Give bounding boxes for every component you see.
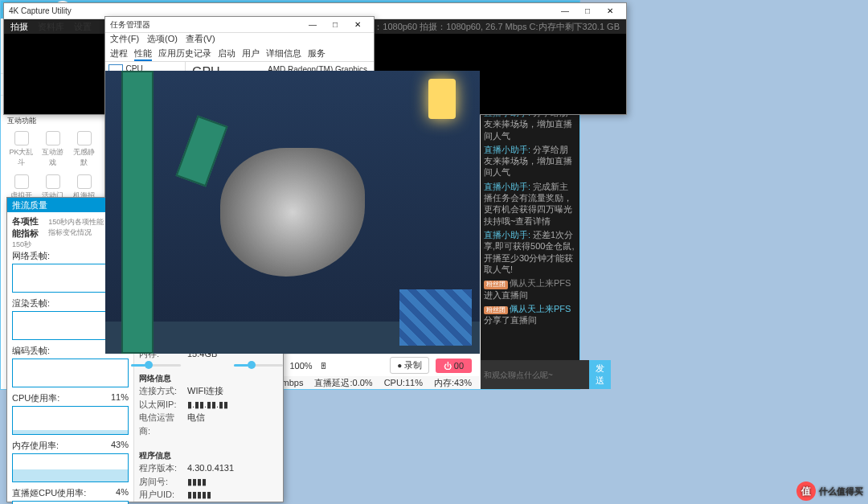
start-stream-button[interactable]: ⏻ 00 xyxy=(436,359,472,373)
chat-message: 粉丝团佩从天上来PFS 分享了直播间 xyxy=(484,303,576,326)
menu-view[interactable]: 查看(V) xyxy=(186,33,215,47)
maximize-button[interactable]: □ xyxy=(576,4,599,18)
tool-互动游戏[interactable]: 互动游戏 xyxy=(39,129,67,170)
tab-startup[interactable]: 启动 xyxy=(218,47,235,61)
maximize-button[interactable]: □ xyxy=(324,18,346,32)
tm-title: 任务管理器 xyxy=(110,19,301,31)
chat-input[interactable] xyxy=(481,360,589,389)
menu-file[interactable]: 文件(F) xyxy=(110,33,139,47)
cpu-stat: CPU:11% xyxy=(384,378,423,387)
metric-直播姬CPU使用率:: 直播姬CPU使用率:4% xyxy=(12,487,129,504)
tool-无感静默[interactable]: 无感静默 xyxy=(70,129,98,170)
capture-title: 4K Capture Utility xyxy=(9,6,554,15)
tm-tabs: 进程 性能 应用历史记录 启动 用户 详细信息 服务 xyxy=(105,47,374,62)
watermark-icon: 值 xyxy=(796,481,816,501)
output-volume-slider[interactable] xyxy=(131,364,181,367)
perf-title: 推流质量 xyxy=(12,199,47,211)
preview-viewport[interactable] xyxy=(105,71,480,354)
tab-processes[interactable]: 进程 xyxy=(110,47,128,61)
tm-menubar: 文件(F) 选项(O) 查看(V) xyxy=(105,33,374,47)
tab-services[interactable]: 服务 xyxy=(308,47,326,61)
metric-内存使用率:: 内存使用率:43% xyxy=(12,440,129,482)
bili-center-panel: 帧片马力欧：折纸国王 ⇄ 切换 🎮 主机游戏 ✎ ⊕选择直播 1人观看 xyxy=(105,18,480,389)
record-button[interactable]: ● 录制 xyxy=(390,357,429,374)
chat-message: 直播小助手: 分享给朋友来捧场场，增加直播间人气 xyxy=(484,144,576,178)
chat-message: 直播小助手: 还差1次分享,即可获得500金仓鼠,开播至少30分钟才能获取人气! xyxy=(484,229,576,275)
tab-details[interactable]: 详细信息 xyxy=(266,47,301,61)
metric-CPU使用率:: CPU使用率:11% xyxy=(12,392,129,435)
tab-capture[interactable]: 拍摄 xyxy=(10,21,28,33)
tab-performance[interactable]: 性能 xyxy=(134,47,152,61)
close-button[interactable]: ✕ xyxy=(346,18,369,32)
chat-message: 直播小助手: 完成新主播任务会有流量奖励，更有机会获得四万曝光扶持哦~查看详情 xyxy=(484,181,576,227)
menu-options[interactable]: 选项(O) xyxy=(147,33,178,47)
minimize-button[interactable]: — xyxy=(554,4,576,18)
tab-settings[interactable]: 设置 xyxy=(74,21,92,33)
send-button[interactable]: 发送 xyxy=(589,360,611,389)
watermark: 值 什么值得买 xyxy=(796,481,863,501)
tab-users[interactable]: 用户 xyxy=(242,47,260,61)
tab-library[interactable]: 资料库 xyxy=(38,21,64,33)
close-button[interactable]: ✕ xyxy=(599,4,621,18)
chat-panel: 直播互动⚙ ⤢ ✕ 直播小助手: 分享给朋友来捧场场，增加直播间人气直播小助手:… xyxy=(481,87,579,360)
capture-status: 来源：1080p60 拍摄：1080p60, 26.7 Mbps C:内存中剩下… xyxy=(356,21,620,33)
mixer-icon[interactable]: 🎚 xyxy=(319,361,328,371)
mic-volume-slider[interactable] xyxy=(234,364,284,367)
mem-stat: 内存:43% xyxy=(434,377,472,389)
tm-titlebar[interactable]: 任务管理器 — □ ✕ xyxy=(105,17,374,33)
chat-message: 粉丝团佩从天上来PFS 进入直播间 xyxy=(484,277,576,301)
tab-apphistory[interactable]: 应用历史记录 xyxy=(158,47,211,61)
minimize-button[interactable]: — xyxy=(301,18,324,32)
tool-PK大乱斗[interactable]: PK大乱斗 xyxy=(7,129,35,170)
latency-stat: 直播延迟:0.0% xyxy=(314,377,372,389)
